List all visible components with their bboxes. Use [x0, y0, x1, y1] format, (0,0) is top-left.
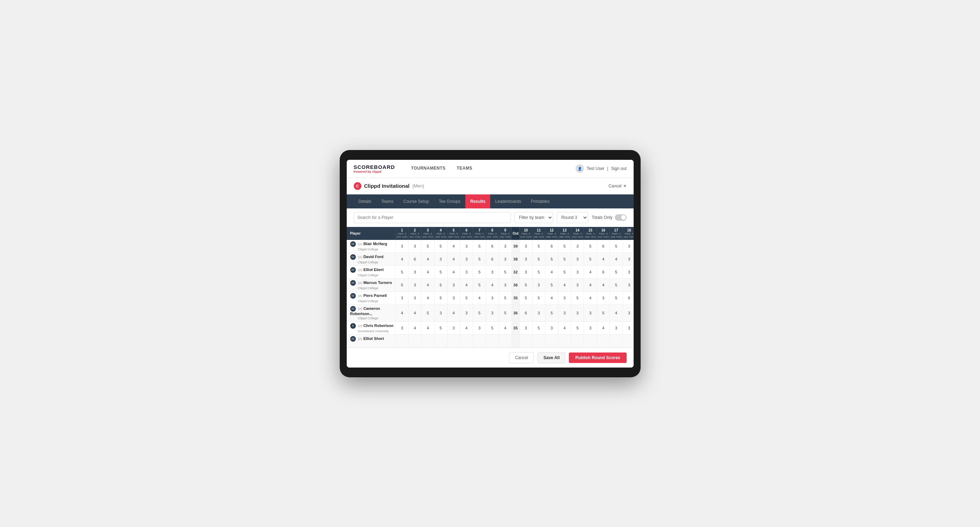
hole-1-score[interactable]: 5 — [396, 265, 409, 278]
hole-17-score[interactable]: 5 — [610, 291, 623, 304]
hole-17-score[interactable] — [610, 334, 623, 347]
hole-15-score[interactable]: 5 — [584, 240, 597, 253]
filter-by-team-select[interactable]: Filter by team — [514, 212, 553, 223]
toggle-switch[interactable] — [615, 214, 627, 221]
hole-3-score[interactable]: 4 — [421, 278, 434, 291]
hole-14-score[interactable]: 3 — [571, 252, 584, 265]
hole-10-score[interactable]: 3 — [520, 252, 533, 265]
hole-16-score[interactable]: 4 — [597, 278, 610, 291]
hole-16-score[interactable]: 4 — [597, 321, 610, 334]
hole-8-score[interactable]: 3 — [486, 304, 499, 321]
hole-18-score[interactable]: 3 — [623, 304, 634, 321]
hole-13-score[interactable]: 3 — [558, 291, 571, 304]
hole-4-score[interactable]: 5 — [434, 291, 447, 304]
hole-6-score[interactable]: 5 — [460, 291, 473, 304]
hole-13-score[interactable] — [558, 334, 571, 347]
hole-4-score[interactable]: 5 — [434, 321, 447, 334]
hole-3-score[interactable]: 4 — [421, 291, 434, 304]
hole-9-score[interactable]: 5 — [499, 304, 512, 321]
hole-3-score[interactable]: 5 — [421, 304, 434, 321]
hole-12-score[interactable]: 4 — [545, 291, 558, 304]
hole-16-score[interactable] — [597, 334, 610, 347]
hole-1-score[interactable]: 4 — [396, 304, 409, 321]
hole-5-score[interactable]: 3 — [447, 291, 460, 304]
hole-8-score[interactable]: 4 — [486, 278, 499, 291]
hole-7-score[interactable]: 3 — [473, 321, 486, 334]
publish-round-scores-btn[interactable]: Publish Round Scores — [569, 352, 626, 363]
hole-8-score[interactable]: 5 — [486, 321, 499, 334]
hole-6-score[interactable]: 3 — [460, 265, 473, 278]
hole-1-score[interactable]: 5 — [396, 278, 409, 291]
hole-17-score[interactable]: 4 — [610, 304, 623, 321]
hole-16-score[interactable]: 3 — [597, 291, 610, 304]
hole-3-score[interactable]: 4 — [421, 252, 434, 265]
hole-4-score[interactable]: 5 — [434, 265, 447, 278]
hole-8-score[interactable]: 6 — [486, 240, 499, 253]
hole-6-score[interactable]: 3 — [460, 240, 473, 253]
hole-15-score[interactable]: 4 — [584, 265, 597, 278]
hole-18-score[interactable]: 6 — [623, 291, 634, 304]
hole-2-score[interactable]: 3 — [408, 265, 421, 278]
hole-1-score[interactable]: 3 — [396, 240, 409, 253]
hole-16-score[interactable]: 6 — [597, 265, 610, 278]
hole-15-score[interactable] — [584, 334, 597, 347]
round-select[interactable]: Round 3 — [557, 212, 588, 223]
hole-6-score[interactable]: 3 — [460, 252, 473, 265]
hole-10-score[interactable]: 3 — [520, 321, 533, 334]
hole-12-score[interactable]: 4 — [545, 265, 558, 278]
hole-9-score[interactable]: 3 — [499, 278, 512, 291]
hole-12-score[interactable]: 5 — [545, 252, 558, 265]
hole-7-score[interactable]: 5 — [473, 304, 486, 321]
hole-1-score[interactable]: 3 — [396, 291, 409, 304]
nav-teams[interactable]: TEAMS — [451, 160, 478, 178]
tab-leaderboards[interactable]: Leaderboards — [490, 194, 526, 208]
hole-3-score[interactable]: 5 — [421, 240, 434, 253]
hole-4-score[interactable]: 5 — [434, 240, 447, 253]
hole-14-score[interactable]: 5 — [571, 321, 584, 334]
hole-7-score[interactable]: 4 — [473, 291, 486, 304]
totals-only-toggle[interactable]: Totals Only — [592, 214, 626, 221]
hole-7-score[interactable]: 5 — [473, 278, 486, 291]
hole-10-score[interactable]: 6 — [520, 304, 533, 321]
hole-8-score[interactable] — [486, 334, 499, 347]
hole-16-score[interactable]: 5 — [597, 304, 610, 321]
hole-13-score[interactable]: 4 — [558, 321, 571, 334]
hole-16-score[interactable]: 6 — [597, 240, 610, 253]
hole-2-score[interactable]: 3 — [408, 240, 421, 253]
hole-6-score[interactable]: 4 — [460, 278, 473, 291]
hole-3-score[interactable] — [421, 334, 434, 347]
hole-13-score[interactable]: 4 — [558, 278, 571, 291]
hole-16-score[interactable]: 4 — [597, 252, 610, 265]
hole-7-score[interactable]: 5 — [473, 240, 486, 253]
hole-5-score[interactable] — [447, 334, 460, 347]
hole-6-score[interactable]: 3 — [460, 304, 473, 321]
hole-18-score[interactable]: 3 — [623, 278, 634, 291]
hole-9-score[interactable] — [499, 334, 512, 347]
hole-4-score[interactable]: 3 — [434, 304, 447, 321]
hole-11-score[interactable]: 3 — [532, 304, 545, 321]
tab-teams[interactable]: Teams — [376, 194, 398, 208]
nav-tournaments[interactable]: TOURNAMENTS — [406, 160, 451, 178]
hole-18-score[interactable]: 3 — [623, 321, 634, 334]
sign-out-link[interactable]: Sign out — [611, 166, 626, 171]
hole-13-score[interactable]: 5 — [558, 252, 571, 265]
hole-4-score[interactable] — [434, 334, 447, 347]
hole-2-score[interactable]: 3 — [408, 291, 421, 304]
hole-11-score[interactable]: 3 — [532, 278, 545, 291]
hole-12-score[interactable]: 3 — [545, 321, 558, 334]
hole-15-score[interactable]: 4 — [584, 278, 597, 291]
hole-2-score[interactable]: 6 — [408, 252, 421, 265]
hole-17-score[interactable]: 5 — [610, 278, 623, 291]
hole-6-score[interactable]: 4 — [460, 321, 473, 334]
hole-10-score[interactable]: 3 — [520, 265, 533, 278]
hole-7-score[interactable] — [473, 334, 486, 347]
hole-7-score[interactable]: 5 — [473, 265, 486, 278]
hole-11-score[interactable]: 5 — [532, 265, 545, 278]
hole-13-score[interactable]: 5 — [558, 240, 571, 253]
hole-18-score[interactable]: 3 — [623, 252, 634, 265]
hole-17-score[interactable]: 3 — [610, 321, 623, 334]
hole-2-score[interactable]: 4 — [408, 321, 421, 334]
save-all-btn[interactable]: Save All — [538, 352, 565, 364]
hole-14-score[interactable]: 3 — [571, 304, 584, 321]
hole-5-score[interactable]: 3 — [447, 321, 460, 334]
